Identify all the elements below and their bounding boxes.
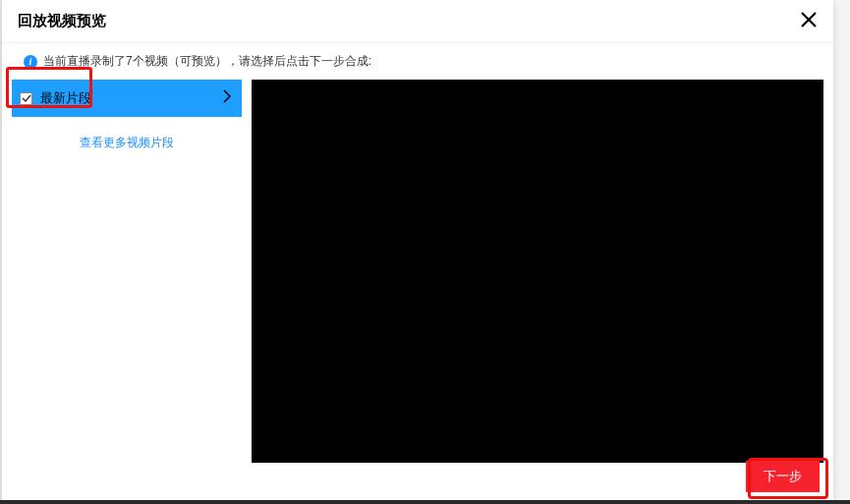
modal-header: 回放视频预览 — [2, 0, 833, 43]
info-text: 当前直播录制了7个视频（可预览），请选择后点击下一步合成: — [43, 53, 371, 70]
more-segments-link[interactable]: 查看更多视频片段 — [12, 117, 242, 169]
close-button[interactable] — [800, 11, 818, 31]
footer: 下一步 — [746, 461, 820, 492]
segment-label: 最新片段 — [40, 89, 91, 107]
check-icon — [22, 93, 31, 103]
segment-checkbox[interactable] — [20, 92, 32, 105]
preview-area — [252, 80, 823, 463]
modal-title: 回放视频预览 — [18, 12, 106, 30]
content: 最新片段 查看更多视频片段 — [2, 80, 833, 463]
right-strip — [833, 0, 850, 504]
info-bar: i 当前直播录制了7个视频（可预览），请选择后点击下一步合成: — [2, 43, 833, 80]
segment-item-latest[interactable]: 最新片段 — [12, 80, 242, 117]
segment-left: 最新片段 — [20, 89, 91, 107]
info-icon: i — [24, 55, 37, 69]
modal: 回放视频预览 i 当前直播录制了7个视频（可预览），请选择后点击下一步合成: 最… — [2, 0, 833, 500]
video-preview[interactable] — [252, 80, 823, 463]
bottom-border — [0, 500, 850, 504]
close-icon — [800, 11, 818, 28]
sidebar: 最新片段 查看更多视频片段 — [12, 80, 242, 463]
next-button[interactable]: 下一步 — [746, 461, 820, 492]
chevron-right-icon — [222, 89, 232, 107]
